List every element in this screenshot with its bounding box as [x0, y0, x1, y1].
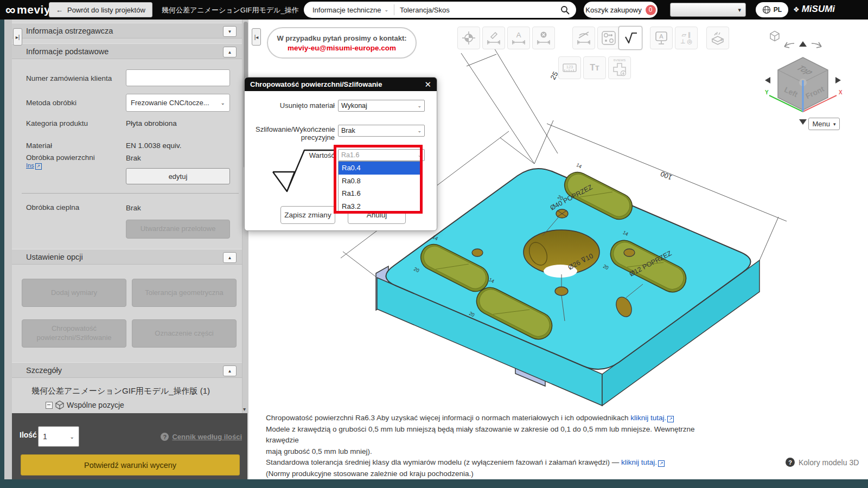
grinding-select[interactable]: Brak ⌄: [338, 125, 425, 137]
rotate-right-icon[interactable]: [812, 42, 821, 48]
save-changes-button[interactable]: Zapisz zmiany: [280, 206, 335, 224]
collapse-toggle-icon[interactable]: ▼: [223, 26, 237, 37]
heat-value: Brak: [126, 204, 141, 212]
external-link-icon: ↗: [658, 460, 665, 467]
pan-left-icon[interactable]: [765, 77, 770, 84]
logo-text: meviy: [17, 3, 50, 16]
cube-icon: [55, 400, 65, 410]
scroll-down-icon[interactable]: ▾: [243, 406, 246, 412]
delete-dimension-icon: [537, 31, 551, 45]
chevron-down-icon: ▾: [738, 7, 741, 14]
chamfer-tool-button[interactable]: 4: [706, 27, 729, 49]
misumi-logo: ❖ MiSUMi: [793, 4, 835, 15]
language-select[interactable]: ▾: [670, 3, 746, 17]
tolerance-info-link[interactable]: kliknij tutaj.: [621, 458, 657, 466]
order-number-label: Numer zamówienia klienta: [26, 74, 112, 82]
small-hole[interactable]: [555, 287, 568, 296]
text-size-icon: Tᴛ: [590, 63, 599, 72]
collapse-toggle-icon[interactable]: ▲: [223, 252, 237, 263]
note-line-5: (Normy produkcyjne stosowane zależnie od…: [266, 468, 722, 480]
hole-pattern-tool-button[interactable]: [597, 27, 620, 49]
locale-button[interactable]: PL: [756, 2, 788, 17]
chevron-down-icon: ⌄: [417, 103, 422, 108]
svg-text:A: A: [659, 33, 663, 40]
y-axis-label: Y: [765, 89, 769, 95]
surface-roughness-tool-button[interactable]: [618, 26, 642, 50]
x-axis-label: X: [839, 89, 843, 95]
rotate-down-icon[interactable]: [799, 119, 807, 125]
tree-collapse-icon[interactable]: [46, 402, 53, 409]
six-views-icon: [612, 62, 627, 76]
sidebar-expand-handle[interactable]: ▸|: [13, 28, 22, 46]
modal-title: Chropowatość powierzchni/Szlifowanie: [250, 80, 382, 88]
chevron-down-icon: ▾: [833, 121, 836, 127]
sidebar-footer: Ilość 1 ⌄ ? Cennik według ilości Potwier…: [12, 413, 247, 479]
panel-collapse-handle[interactable]: |◂: [252, 28, 261, 46]
text-dimension-tool-button[interactable]: A: [507, 27, 530, 49]
search-icon[interactable]: [560, 5, 570, 15]
quantity-select[interactable]: 1 ⌄: [38, 426, 79, 447]
section-options-header[interactable]: Ustawienie opcji ▲: [12, 249, 242, 265]
pan-right-icon[interactable]: [835, 77, 841, 84]
section-warning-header[interactable]: Informacja ostrzegawcza ▼: [12, 23, 242, 38]
collapse-toggle-icon[interactable]: ▲: [223, 47, 237, 57]
globe-icon: [762, 5, 771, 14]
text-size-tool-button[interactable]: Tᴛ: [583, 56, 606, 79]
close-icon[interactable]: ✕: [424, 80, 431, 89]
method-select[interactable]: Frezowanie CNC/tocze... ⌄: [126, 94, 230, 112]
modal-title-bar[interactable]: Chropowatość powierzchni/Szlifowanie ✕: [245, 78, 437, 91]
datum-target-tool-button[interactable]: [457, 27, 480, 49]
section-details-header[interactable]: Szczegóły ▲: [12, 362, 242, 378]
collapse-toggle-icon[interactable]: ▲: [223, 365, 237, 376]
back-arrow-icon: ←: [56, 6, 63, 14]
label-tool-button[interactable]: A: [650, 27, 673, 49]
contact-email[interactable]: meviy-eu@misumi-europe.com: [288, 44, 396, 52]
model-tree-root[interactable]: 幾何公差アニメーションGIF用モデル_操作版 (1): [31, 386, 210, 396]
text-dimension-icon: A: [512, 31, 526, 45]
material-label: Materiał: [26, 142, 52, 150]
note-line-3: mają grubość 0,5 mm lub mniej).: [266, 446, 722, 458]
ruler-123-icon: 123: [562, 60, 577, 75]
contact-bubble: W przypadku pytań prosimy o kontakt: mev…: [267, 27, 417, 59]
note-line-1: Chropowatość powierzchni Ra6.3 Aby uzysk…: [266, 413, 722, 424]
six-views-label: 6VIEWS: [609, 59, 630, 62]
delete-dimension-tool-button[interactable]: [532, 27, 555, 49]
cube-mini-icon: [770, 31, 779, 41]
order-number-input[interactable]: [126, 69, 230, 86]
meviy-logo[interactable]: ∞ meviy: [5, 2, 50, 17]
removed-material-select[interactable]: Wykonaj ⌄: [338, 100, 425, 112]
tree-node-common-positions[interactable]: Wspólne pozycje: [46, 400, 124, 410]
sidebar-gutter: [4, 20, 12, 479]
geometric-tolerance-tool-button[interactable]: ▱ ∥ ⊥ ◎: [675, 27, 698, 49]
chevron-down-icon: ⌄: [417, 128, 422, 133]
search-category-dropdown[interactable]: Informacje techniczne ⌄: [304, 4, 394, 15]
rotate-left-icon[interactable]: [784, 42, 794, 48]
pricing-link[interactable]: ? Cennik według ilości: [161, 433, 242, 441]
small-hole[interactable]: [472, 249, 483, 256]
hide-dimension-icon: [577, 31, 591, 45]
confirm-quote-button[interactable]: Potwierdź warunki wyceny: [21, 454, 240, 476]
crosshair-hole[interactable]: [556, 209, 568, 218]
hide-dimension-tool-button[interactable]: [572, 27, 595, 49]
edit-dimension-tool-button[interactable]: [482, 27, 505, 49]
view-menu-button[interactable]: Menu ▾: [808, 118, 840, 130]
quantity-label: Ilość: [20, 431, 37, 439]
edit-button[interactable]: edytuj: [126, 168, 230, 184]
infinity-icon: ∞: [5, 4, 16, 15]
back-to-projects-button[interactable]: ← Powrót do listy projektów: [49, 2, 152, 17]
cart-button[interactable]: Koszyk zakupowy 0: [584, 2, 658, 18]
ins-link[interactable]: Ins↗: [26, 162, 42, 170]
six-views-tool-button[interactable]: 6VIEWS: [608, 56, 631, 79]
small-hole[interactable]: [624, 249, 635, 256]
model-colors-link[interactable]: ? Kolory modelu 3D: [786, 458, 859, 467]
section-basic-header[interactable]: Informacje podstawowe ▲: [12, 43, 242, 59]
rotate-up-icon[interactable]: [799, 41, 807, 47]
contact-text: W przypadku pytań prosimy o kontakt:: [277, 34, 406, 42]
label-icon: A: [654, 30, 669, 46]
project-title: 幾何公差アニメーションGIF用モデル_操作: [162, 5, 302, 15]
measure-tool-button[interactable]: 123: [558, 56, 581, 79]
surface-label: Obróbka powierzchni: [26, 153, 95, 162]
search-input[interactable]: Tolerancja/Skos: [394, 6, 560, 14]
external-link-icon: ↗: [667, 416, 674, 422]
materials-info-link[interactable]: kliknij tutaj.: [630, 414, 666, 422]
